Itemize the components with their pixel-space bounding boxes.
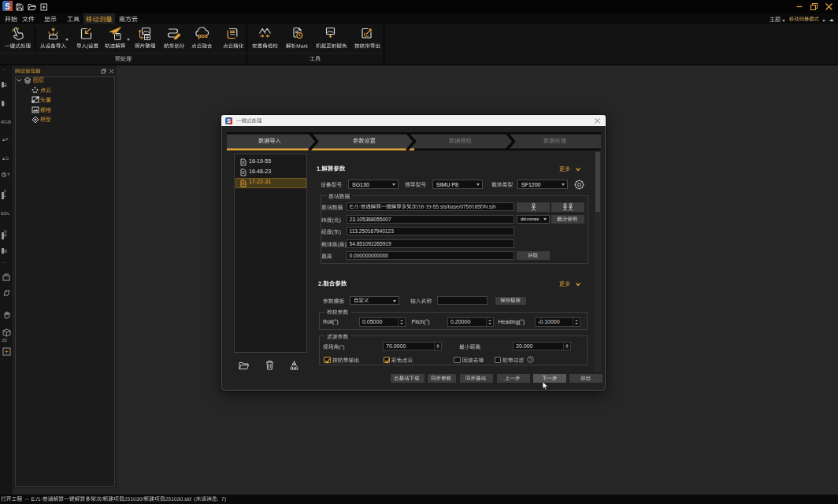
svg-text:S: S xyxy=(5,2,10,11)
svg-text:S: S xyxy=(227,117,231,124)
svg-text:pos: pos xyxy=(198,33,208,39)
